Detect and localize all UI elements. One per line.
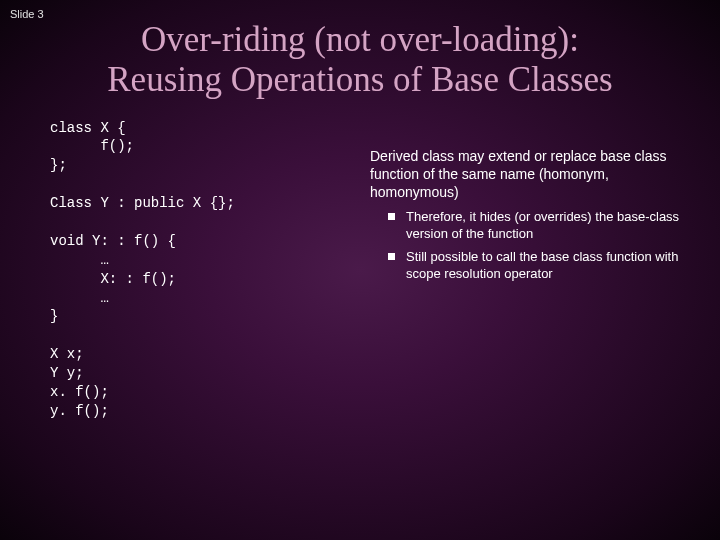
list-item: Still possible to call the base class fu… [388, 249, 690, 283]
square-bullet-icon [388, 213, 395, 220]
bullet-text: Still possible to call the base class fu… [406, 249, 678, 281]
lead-paragraph: Derived class may extend or replace base… [370, 147, 690, 202]
list-item: Therefore, it hides (or overrides) the b… [388, 209, 690, 243]
slide-number: Slide 3 [10, 8, 44, 20]
bullet-text: Therefore, it hides (or overrides) the b… [406, 209, 679, 241]
square-bullet-icon [388, 253, 395, 260]
bullet-list: Therefore, it hides (or overrides) the b… [370, 209, 690, 283]
title-line-1: Over-riding (not over-loading): [141, 20, 579, 59]
slide-title: Over-riding (not over-loading): Reusing … [0, 0, 720, 119]
code-block: class X { f(); }; Class Y : public X {};… [50, 119, 350, 421]
explanation: Derived class may extend or replace base… [370, 119, 690, 421]
title-line-2: Reusing Operations of Base Classes [107, 60, 612, 99]
content-area: class X { f(); }; Class Y : public X {};… [0, 119, 720, 421]
